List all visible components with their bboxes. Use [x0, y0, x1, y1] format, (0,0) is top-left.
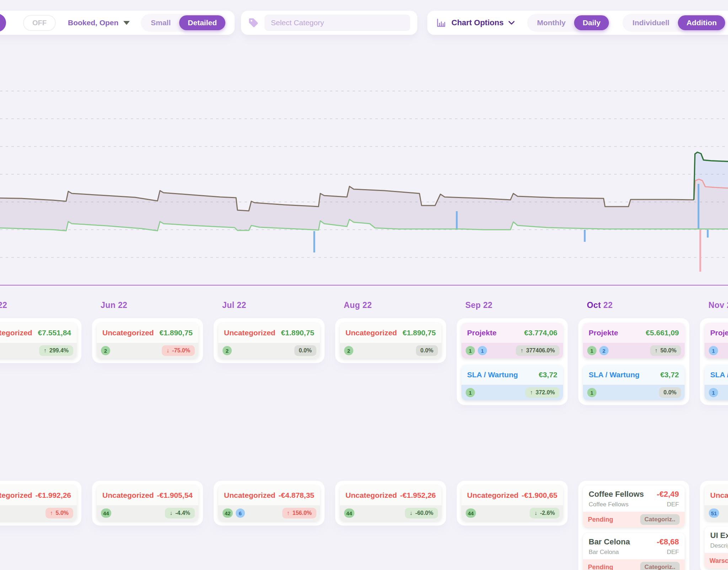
transaction-tag: DEF: [667, 549, 679, 556]
month-column-jun: Jun 22Uncategorized€1.890,752↓-75.0%Unca…: [92, 300, 203, 313]
category-card-sla[interactable]: SLA / Wartung€3,721↑372.0%: [461, 365, 563, 400]
transaction-footer: PendingCategoriz..: [583, 559, 685, 570]
transaction-tag: DEF: [667, 501, 679, 508]
badge-group: 426: [223, 508, 245, 518]
category-title: Uncategorized: [710, 491, 728, 500]
category-card-uncategorized[interactable]: Uncategorized€1.890,7520.0%: [340, 323, 441, 358]
transaction-footer: Warsch: [705, 553, 728, 569]
categorize-button[interactable]: Categoriz..: [640, 562, 680, 570]
timeline-chart-canvas: [0, 34, 728, 286]
change-value: 156.0%: [293, 510, 312, 516]
size-toggle-option-detailed[interactable]: Detailed: [179, 15, 225, 30]
category-title: Uncategorized: [346, 491, 397, 500]
category-card-uncategorized[interactable]: Uncategorized-€1.905,5444↓-4.4%: [97, 485, 198, 521]
month-board: May 22Uncategorized€7.551,84↑299.4%Uncat…: [0, 300, 728, 570]
tag-icon: [248, 17, 259, 28]
mode-toggle-option-individuell[interactable]: Individuell: [624, 15, 678, 30]
count-badge-green: 1: [466, 388, 475, 397]
transaction-row-1: Bar Celona-€8,68: [589, 537, 679, 547]
transaction-body: Bar Celona-€8,68Bar CelonaDEF: [583, 533, 685, 559]
chart-options-button[interactable]: Chart Options: [451, 18, 515, 27]
month-label-oct[interactable]: Oct 22: [578, 300, 689, 313]
category-title: Uncategorized: [0, 329, 32, 337]
income-card-group: Uncategorized€7.551,84↑299.4%: [0, 318, 81, 363]
arrow-up-icon: ↑: [50, 510, 53, 516]
booking-state-dropdown[interactable]: Booked, Open: [68, 18, 130, 27]
off-toggle-button[interactable]: OFF: [23, 15, 56, 31]
income-card-group: Projekte€5.661,0912↑50.0%SLA / Wartung€3…: [578, 318, 689, 405]
expense-card-group: Coffee Fellows-€2,49Coffee FellowsDEFPen…: [578, 481, 689, 570]
category-card-footer: 1: [705, 343, 728, 358]
category-card-uncategorized[interactable]: Uncategorized€1.890,752↓-75.0%: [97, 323, 198, 358]
transaction-card[interactable]: UI ExpDescripWarsch: [705, 527, 728, 569]
transaction-card[interactable]: Bar Celona-€8,68Bar CelonaDEFPendingCate…: [583, 533, 685, 570]
income-card-group: Uncategorized€1.890,7520.0%: [335, 318, 446, 363]
category-card-uncategorized[interactable]: Uncategorized-€1.900,6544↓-2.6%: [461, 485, 563, 521]
category-amount: €3.774,06: [524, 329, 557, 337]
category-card-footer: 1: [705, 385, 728, 400]
change-value: -75.0%: [172, 347, 190, 354]
arrow-down-icon: ↓: [170, 510, 172, 516]
category-card-uncategorized[interactable]: Uncategorized€1.890,7520.0%: [218, 323, 320, 358]
primary-circle-button[interactable]: [0, 14, 6, 32]
arrow-down-icon: ↓: [534, 510, 537, 516]
count-badge-blue: 1: [709, 346, 718, 355]
categorize-button[interactable]: Categoriz..: [640, 514, 680, 525]
change-value: 50.0%: [660, 347, 676, 354]
change-pill: 0.0%: [294, 345, 316, 356]
category-amount: €1.890,75: [281, 329, 314, 337]
period-toggle-option-monthly[interactable]: Monthly: [529, 15, 574, 30]
change-pill: ↑50.0%: [650, 345, 681, 356]
category-card-projekte[interactable]: Projekte1: [705, 323, 728, 358]
month-label-jul[interactable]: Jul 22: [214, 300, 325, 313]
category-card-uncategorized[interactable]: Uncategorized-€4.878,35426↑156.0%: [218, 485, 320, 521]
booking-state-label: Booked, Open: [68, 18, 118, 27]
expense-card-group: Uncategorized-€1.992,26↑5.0%: [0, 481, 81, 526]
category-card-projekte[interactable]: Projekte€5.661,0912↑50.0%: [583, 323, 685, 358]
mode-toggle-option-addition[interactable]: Addition: [678, 15, 725, 30]
size-toggle-option-small[interactable]: Small: [142, 15, 179, 30]
month-name: Jul: [222, 300, 234, 310]
month-year: 22: [601, 300, 613, 310]
count-badge-blue: 51: [709, 508, 719, 518]
month-name: Oct: [587, 300, 601, 310]
month-label-jun[interactable]: Jun 22: [92, 300, 203, 313]
category-card-footer: ↑299.4%: [0, 343, 77, 358]
category-card-sla[interactable]: SLA / Wartung€3,7210.0%: [583, 365, 685, 400]
expense-card-group: Uncategorized-€1.905,5444↓-4.4%: [92, 481, 203, 526]
change-pill: ↓-75.0%: [162, 345, 195, 356]
month-column-aug: Aug 22Uncategorized€1.890,7520.0%Uncateg…: [335, 300, 446, 313]
month-label-may[interactable]: May 22: [0, 300, 81, 313]
change-value: 299.4%: [49, 347, 69, 354]
category-title: SLA / Wartung: [467, 371, 518, 379]
category-card-uncategorized[interactable]: Uncategorized€7.551,84↑299.4%: [0, 323, 77, 358]
badge-group: 1: [587, 388, 596, 397]
category-card-uncategorized[interactable]: Uncategorized51: [705, 485, 728, 521]
period-toggle-option-daily[interactable]: Daily: [574, 15, 609, 30]
month-label-nov[interactable]: Nov 22: [700, 300, 728, 313]
category-card-projekte[interactable]: Projekte€3.774,0611↑377406.0%: [461, 323, 563, 358]
category-title: Uncategorized: [346, 329, 397, 337]
month-label-sep[interactable]: Sep 22: [457, 300, 568, 313]
count-badge-green: 44: [101, 508, 111, 518]
transaction-card[interactable]: Coffee Fellows-€2,49Coffee FellowsDEFPen…: [583, 485, 685, 527]
category-card-sla[interactable]: SLA / Wartung1: [705, 365, 728, 400]
category-card-footer: 1↑372.0%: [461, 385, 563, 400]
badge-group: 2: [344, 346, 353, 355]
expense-card-group: Uncategorized51UI ExpDescripWarsch: [700, 481, 728, 570]
category-card-uncategorized[interactable]: Uncategorized-€1.992,26↑5.0%: [0, 485, 77, 521]
period-toggle: MonthlyDaily: [527, 14, 611, 32]
badge-group: 11: [466, 346, 487, 355]
mode-toggle: IndividuellAddition: [622, 14, 727, 32]
transaction-name: UI Exp: [710, 531, 728, 540]
transaction-subtitle: Descrip: [710, 542, 728, 549]
timeline-chart[interactable]: [0, 34, 728, 286]
category-card-footer: 44↓-60.0%: [340, 505, 441, 521]
select-category-input[interactable]: Select Category: [264, 15, 410, 31]
category-title: Projekte: [467, 329, 497, 337]
month-label-aug[interactable]: Aug 22: [335, 300, 446, 313]
change-value: 0.0%: [299, 347, 312, 354]
bar-chart-icon: [436, 17, 446, 28]
category-card-uncategorized[interactable]: Uncategorized-€1.952,2644↓-60.0%: [340, 485, 441, 521]
arrow-down-icon: ↓: [410, 510, 412, 516]
